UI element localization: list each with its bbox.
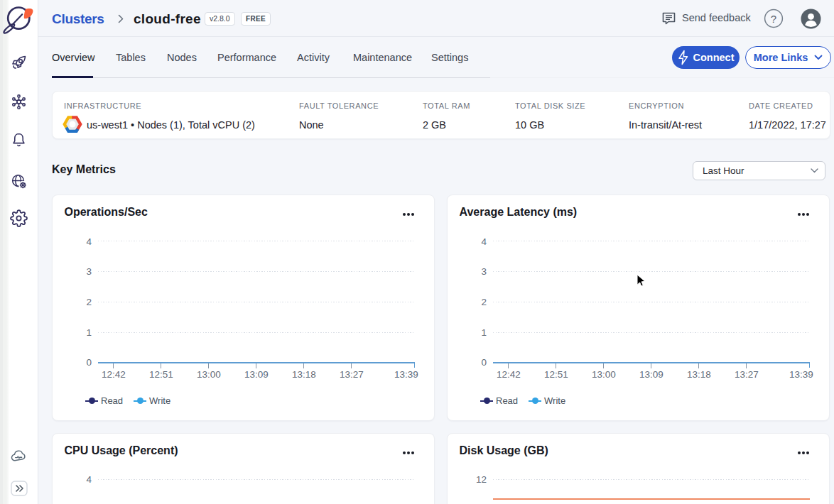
- svg-text:?: ?: [771, 13, 776, 25]
